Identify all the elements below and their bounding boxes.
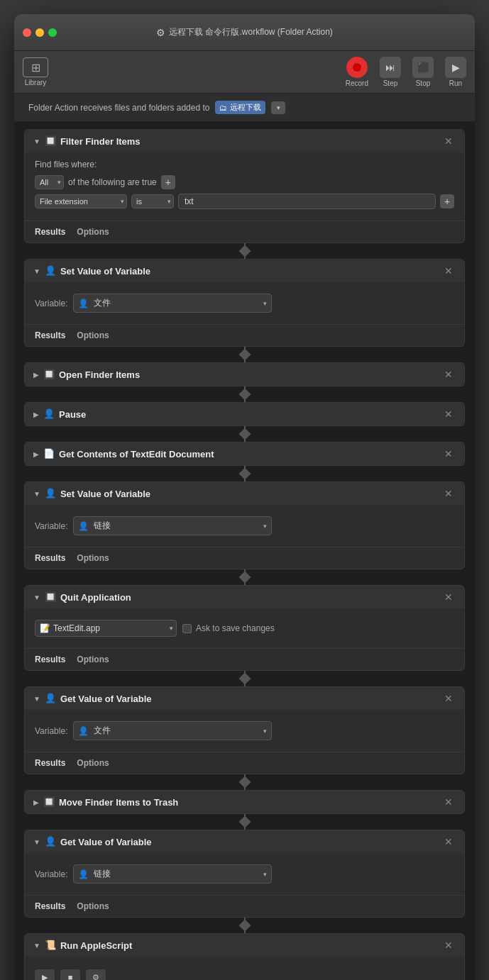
action-get-variable-1: ▼ 👤 Get Value of Variable ✕ Variable: 👤 …	[24, 686, 465, 774]
card-header-quit-app[interactable]: ▼ 🔲 Quit Application ✕	[25, 586, 464, 608]
connector-diamond-3	[238, 389, 251, 401]
tab-results-sv2[interactable]: Results	[35, 553, 65, 563]
folder-icon: 🗂	[219, 104, 227, 112]
close-button-gv2[interactable]: ✕	[441, 836, 456, 847]
connector-diamond-6	[238, 572, 251, 584]
connector-diamond-5	[238, 468, 251, 480]
variable-select-1[interactable]: 👤 文件 ▾	[73, 294, 272, 313]
close-button-sv1[interactable]: ✕	[441, 265, 456, 277]
open-finder-icon: 🔲	[43, 369, 55, 380]
filter-row-all: All Any None of the following are true +	[35, 175, 454, 189]
record-icon	[346, 57, 368, 78]
library-icon: ⊞	[23, 57, 48, 77]
card-body-get-var-2: Variable: 👤 链接 ▾	[25, 853, 464, 895]
extension-value-input[interactable]	[178, 194, 436, 209]
var-icon-2: 👤	[78, 521, 89, 531]
collapse-arrow-of: ▶	[33, 371, 39, 379]
card-header-open-finder[interactable]: ▶ 🔲 Open Finder Items ✕	[25, 363, 464, 386]
tab-options-qa[interactable]: Options	[77, 655, 109, 664]
connector-7	[24, 671, 465, 686]
close-button-sv2[interactable]: ✕	[441, 488, 456, 499]
folder-tag[interactable]: 🗂 远程下载	[215, 101, 265, 114]
card-header-set-var-1[interactable]: ▼ 👤 Set Value of Variable ✕	[25, 260, 464, 282]
card-header-filter-finder[interactable]: ▼ 🔲 Filter Finder Items ✕	[25, 130, 464, 152]
maximize-button[interactable]	[48, 28, 57, 37]
card-body-set-var-2: Variable: 👤 链接 ▾	[25, 505, 464, 547]
tab-results-qa[interactable]: Results	[35, 655, 65, 664]
card-header-get-var-1[interactable]: ▼ 👤 Get Value of Variable ✕	[25, 687, 464, 710]
connector-3	[24, 386, 465, 402]
tab-options-sv1[interactable]: Options	[77, 330, 109, 340]
as-settings-btn[interactable]: ⚙	[86, 969, 106, 980]
all-select[interactable]: All Any None	[35, 175, 64, 189]
window-title: ⚙ 远程下载 命令行版.workflow (Folder Action)	[156, 26, 333, 38]
pause-icon: 👤	[43, 408, 55, 420]
tab-options-sv2[interactable]: Options	[77, 553, 109, 563]
close-button[interactable]	[23, 28, 31, 37]
file-ext-select[interactable]: File extension	[35, 194, 127, 208]
close-button-gv1[interactable]: ✕	[441, 693, 456, 704]
close-button-of[interactable]: ✕	[441, 369, 456, 380]
stop-button[interactable]: ⬛ Stop	[412, 57, 434, 87]
app-select[interactable]: 📝 TextEdit.app ▾	[35, 620, 177, 637]
close-button-qa[interactable]: ✕	[441, 591, 456, 603]
connector-10	[24, 918, 465, 933]
get-var-icon-2: 👤	[45, 836, 56, 847]
action-run-applescript: ▼ 📜 Run AppleScript ✕ ▶ ■ ⚙ on run {inpu…	[24, 933, 465, 980]
action-move-trash: ▶ 🔲 Move Finder Items to Trash ✕	[24, 790, 465, 814]
card-header-trash[interactable]: ▶ 🔲 Move Finder Items to Trash ✕	[25, 791, 464, 813]
filter-icon: 🔲	[45, 135, 56, 147]
variable-select-gv2[interactable]: 👤 链接 ▾	[73, 864, 272, 884]
run-button[interactable]: ▶ Run	[445, 57, 466, 87]
add-condition-button[interactable]: +	[440, 194, 454, 208]
connector-diamond-4	[238, 428, 251, 440]
tab-results-sv1[interactable]: Results	[35, 330, 65, 340]
applescript-toolbar: ▶ ■ ⚙	[35, 964, 454, 980]
card-header-set-var-2[interactable]: ▼ 👤 Set Value of Variable ✕	[25, 482, 464, 505]
connector-8	[24, 774, 465, 790]
connector-diamond	[238, 245, 251, 257]
card-header-get-var-2[interactable]: ▼ 👤 Get Value of Variable ✕	[25, 830, 464, 853]
tab-options-gv2[interactable]: Options	[77, 901, 109, 911]
stop-icon: ⬛	[412, 57, 434, 78]
library-button[interactable]: ⊞ Library	[23, 57, 48, 87]
collapse-arrow-pause: ▶	[33, 411, 39, 418]
applescript-icon: 📜	[45, 940, 56, 951]
close-button-gc[interactable]: ✕	[441, 448, 456, 460]
as-stop-btn[interactable]: ■	[60, 969, 80, 980]
action-open-finder: ▶ 🔲 Open Finder Items ✕	[24, 362, 465, 386]
step-button[interactable]: ⏭ Step	[380, 57, 401, 87]
action-pause: ▶ 👤 Pause ✕	[24, 402, 465, 426]
app-icon: 📝	[40, 623, 50, 633]
tab-options-filter[interactable]: Options	[77, 227, 109, 237]
folder-dropdown[interactable]: ▾	[271, 101, 285, 114]
run-icon: ▶	[445, 57, 466, 78]
main-window: ⚙ 远程下载 命令行版.workflow (Folder Action) ⊞ L…	[14, 14, 475, 980]
minimize-button[interactable]	[35, 28, 44, 37]
file-ext-select-wrap: File extension	[35, 194, 127, 208]
action-get-variable-2: ▼ 👤 Get Value of Variable ✕ Variable: 👤 …	[24, 830, 465, 918]
var-arrow-1: ▾	[263, 300, 267, 307]
close-button-filter[interactable]: ✕	[441, 135, 456, 147]
card-body-set-var-1: Variable: 👤 文件 ▾	[25, 282, 464, 324]
close-button-pause[interactable]: ✕	[441, 408, 456, 420]
connector-diamond-9	[238, 816, 251, 828]
close-button-trash[interactable]: ✕	[441, 796, 456, 808]
record-button[interactable]: Record	[346, 57, 368, 87]
tab-results-gv1[interactable]: Results	[35, 758, 65, 768]
tab-options-gv1[interactable]: Options	[77, 758, 109, 768]
variable-select-gv1[interactable]: 👤 文件 ▾	[73, 721, 272, 740]
variable-select-2[interactable]: 👤 链接 ▾	[73, 516, 272, 535]
add-filter-button[interactable]: +	[161, 175, 175, 189]
close-button-as[interactable]: ✕	[441, 940, 456, 951]
tab-results-filter[interactable]: Results	[35, 227, 65, 237]
is-select[interactable]: is is not	[131, 194, 174, 208]
ask-save-checkbox[interactable]	[182, 624, 192, 633]
as-run-btn[interactable]: ▶	[35, 969, 55, 980]
card-header-get-contents[interactable]: ▶ 📄 Get Contents of TextEdit Document ✕	[25, 442, 464, 465]
app-select-arrow: ▾	[170, 625, 173, 632]
tab-results-gv2[interactable]: Results	[35, 901, 65, 911]
card-tabs-sv2: Results Options	[25, 547, 464, 569]
card-header-applescript[interactable]: ▼ 📜 Run AppleScript ✕	[25, 934, 464, 957]
card-header-pause[interactable]: ▶ 👤 Pause ✕	[25, 403, 464, 425]
